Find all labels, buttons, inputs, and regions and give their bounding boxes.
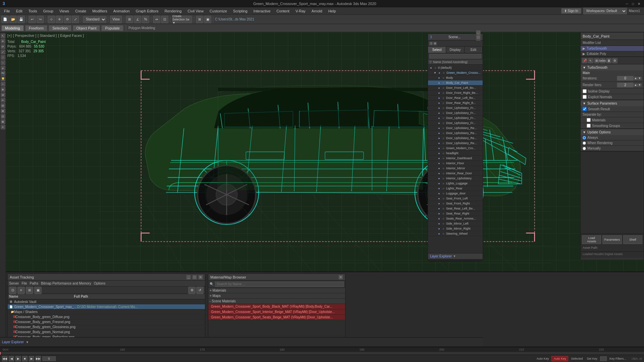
- sp-item-upholstery2[interactable]: ● ○ Door_Upholstery_Fr...: [428, 111, 483, 116]
- pp-select-icon[interactable]: Select: [600, 58, 605, 63]
- sp-item-lights-luggage[interactable]: ● ○ Lights_Luggage: [428, 181, 483, 186]
- menu-customize[interactable]: Customize: [207, 8, 230, 14]
- mb-maps-section[interactable]: + Maps: [208, 293, 345, 299]
- pp-when-rendering-radio[interactable]: [583, 141, 586, 145]
- menu-rendering[interactable]: Rendering: [162, 8, 184, 14]
- sp-item-0-default[interactable]: ● ○ 0 (default): [428, 65, 483, 70]
- pp-pin-icon[interactable]: 📌: [582, 58, 587, 63]
- menu-content[interactable]: Content: [274, 8, 292, 14]
- render-btn[interactable]: ▣: [204, 16, 211, 23]
- lt-paint[interactable]: ✏: [1, 98, 5, 103]
- sp-minimize[interactable]: _: [476, 30, 481, 35]
- tl-prev-btn[interactable]: ◀◀: [2, 356, 7, 361]
- pp-modifier-turbosm[interactable]: ▶ TurboSmooth: [581, 46, 644, 51]
- mb-materials-section[interactable]: + Materials: [208, 288, 345, 293]
- pp-delete-icon[interactable]: 🗑: [606, 58, 611, 63]
- at-row-maps[interactable]: 📁 Maps / Shaders: [8, 309, 205, 314]
- pp-turbosm-main[interactable]: Main: [581, 70, 644, 75]
- le-expand-icon[interactable]: ▼: [453, 255, 456, 258]
- sp-item-door-rr[interactable]: ● ○ Door_Rear_Right_B...: [428, 101, 483, 106]
- menu-graph-editors[interactable]: Graph Editors: [133, 8, 161, 14]
- menu-civil-view[interactable]: Civil View: [185, 8, 206, 14]
- tab-object-paint[interactable]: Object Paint: [73, 25, 100, 31]
- pp-modifier-editable-poly[interactable]: ▶ Editable Poly: [581, 51, 644, 57]
- sp-item-upholstery-r3[interactable]: ● ○ Door_Upholstery_Re...: [428, 136, 483, 141]
- close-button[interactable]: ✕: [637, 1, 641, 6]
- at-row-tex4[interactable]: 🖼 Crossover_Body_green_Normal.png: [8, 329, 205, 335]
- lt-extra2[interactable]: ≡: [1, 125, 5, 129]
- tab-populate[interactable]: Populate: [101, 25, 123, 31]
- sp-settings-btn[interactable]: ⚙: [433, 42, 437, 45]
- snap-btn[interactable]: ⊞: [126, 16, 133, 23]
- pp-scrollbar[interactable]: [581, 258, 644, 260]
- at-row-tex2[interactable]: 🖼 Crossover_Body_green_Fresnel.png: [8, 319, 205, 324]
- le-label[interactable]: Layer Explorer: [2, 340, 24, 344]
- lt-extra1[interactable]: ⊠: [1, 119, 5, 124]
- lt-rotate[interactable]: ⟳: [1, 44, 5, 49]
- pp-turbosm-header[interactable]: ▼ TurboSmooth: [581, 64, 644, 70]
- menu-vray[interactable]: V-Ray: [293, 8, 308, 14]
- timeline-track[interactable]: [0, 352, 644, 355]
- lt-camera[interactable]: 📷: [1, 71, 5, 76]
- sp-item-side-mirror-r[interactable]: ● ○ Side_Mirror_Right: [428, 226, 483, 231]
- viewport-edged[interactable]: [ Edged Faces ]: [58, 34, 84, 38]
- menu-modifiers[interactable]: Modifiers: [90, 8, 110, 14]
- at-tool3[interactable]: ⊞: [26, 287, 33, 294]
- sp-item-side-mirror-l[interactable]: ● ○ Side_Mirror_Left: [428, 221, 483, 226]
- viewport-plus[interactable]: [+]: [7, 34, 12, 38]
- lt-cylinder[interactable]: ⌀: [1, 66, 5, 70]
- pp-materials-check[interactable]: [587, 118, 591, 122]
- sp-item-luggage-door[interactable]: ● ○ Luggage_door: [428, 191, 483, 196]
- sp-item-headlight[interactable]: ● ○ headlight: [428, 151, 483, 156]
- sp-maximize[interactable]: □: [476, 35, 481, 40]
- viewport-standard[interactable]: [ Standard ]: [38, 34, 57, 38]
- scale-btn[interactable]: ⤢: [72, 16, 79, 23]
- sp-item-lights-rear[interactable]: ● ○ Lights_Rear: [428, 186, 483, 191]
- at-menu-server[interactable]: Server: [9, 282, 19, 285]
- view-btn[interactable]: View: [110, 16, 122, 23]
- sp-item-seat-rl[interactable]: ● ○ Seat_Rear_Left_Be...: [428, 206, 483, 211]
- sp-item-interior-floor[interactable]: ● ○ Interior_Floor: [428, 161, 483, 166]
- pp-render-iters-input[interactable]: [617, 82, 634, 87]
- sp-item-green-crossover[interactable]: ▼ ● ○ Green_Modern_Crosso...: [428, 70, 483, 75]
- layers-btn[interactable]: ⊞: [196, 16, 203, 23]
- sp-search-input[interactable]: [429, 54, 481, 59]
- pp-surface-header[interactable]: ▼ Surface Parameters: [581, 100, 644, 106]
- menu-group[interactable]: Group: [40, 8, 56, 14]
- minimize-button[interactable]: ─: [625, 1, 629, 6]
- lt-space[interactable]: ⊕: [1, 87, 5, 92]
- tl-autokey-btn[interactable]: Auto Key: [551, 356, 568, 361]
- maximize-button[interactable]: □: [631, 1, 635, 6]
- pp-manually-radio[interactable]: [583, 147, 586, 150]
- align-btn[interactable]: ⊡: [161, 16, 168, 23]
- sp-item-upholstery-r2[interactable]: ● ○ Door_Upholstery_Re...: [428, 131, 483, 136]
- sp-item-body[interactable]: ● ○ Body: [428, 75, 483, 80]
- tl-prevframe-btn[interactable]: ◀: [9, 356, 14, 361]
- at-tool2[interactable]: ≡: [17, 287, 25, 294]
- pp-smooth-result-check[interactable]: [583, 107, 587, 111]
- tab-modeling[interactable]: Modeling: [1, 25, 24, 31]
- new-btn[interactable]: 📄: [1, 16, 9, 23]
- pp-cursor-icon[interactable]: ↖: [588, 58, 593, 63]
- sp-tab-select[interactable]: Select: [428, 47, 446, 53]
- tl-setkey-input[interactable]: [600, 356, 607, 361]
- menu-interactive[interactable]: Interactive: [251, 8, 273, 14]
- viewport[interactable]: [+] [ Perspective ] [ Standard ] [ Edged…: [6, 32, 644, 272]
- at-row-tex3[interactable]: 🖼 Crossover_Body_green_Glossiness.png: [8, 324, 205, 329]
- sp-item-body-car-paint[interactable]: ● ○ Body_Car_Paint: [428, 80, 483, 85]
- pp-parameters-btn[interactable]: Parameters: [602, 235, 622, 244]
- menu-animation[interactable]: Animation: [111, 8, 132, 14]
- sign-in-button[interactable]: ⬆ Sign In: [561, 8, 581, 14]
- percent-snap-btn[interactable]: %: [142, 16, 149, 23]
- at-close[interactable]: ✕: [198, 275, 203, 280]
- at-menu-paths[interactable]: Paths: [30, 282, 39, 285]
- mb-scene-materials-section[interactable]: - Scene Materials: [208, 299, 345, 304]
- save-btn[interactable]: 💾: [17, 16, 25, 23]
- mb-material3[interactable]: Green_Modern_Crossover_Sport_Seats_Beige…: [208, 315, 345, 320]
- tab-freeform[interactable]: Freeform: [25, 25, 48, 31]
- tab-selection[interactable]: Selection: [49, 25, 71, 31]
- menu-arnold[interactable]: Arnold: [309, 8, 325, 14]
- at-menu-options[interactable]: Options: [94, 282, 105, 285]
- pp-load-assets-btn[interactable]: Load Assets: [582, 235, 601, 244]
- sp-item-interior-upholstery[interactable]: ● ○ Interior_Upholstery: [428, 176, 483, 181]
